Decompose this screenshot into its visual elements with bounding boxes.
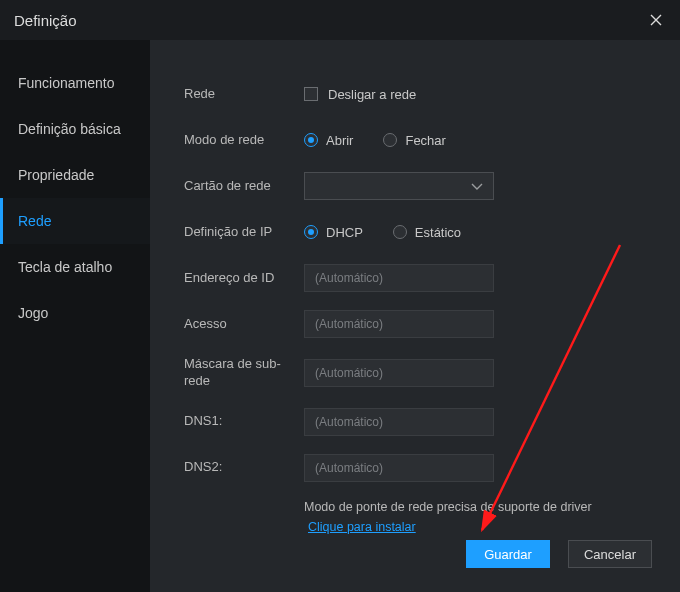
driver-note: Modo de ponte de rede precisa de suporte… <box>304 500 650 514</box>
row-rede: Rede Desligar a rede <box>184 80 650 108</box>
sidebar-item-propriedade[interactable]: Propriedade <box>0 152 150 198</box>
row-mascara: Máscara de sub-rede (Automático) <box>184 356 650 390</box>
row-definicao-ip: Definição de IP DHCP Estático <box>184 218 650 246</box>
radio-label: Fechar <box>405 133 445 148</box>
input-acesso[interactable]: (Automático) <box>304 310 494 338</box>
input-dns1[interactable]: (Automático) <box>304 408 494 436</box>
titlebar: Definição <box>0 0 680 40</box>
placeholder-text: (Automático) <box>315 366 383 380</box>
button-label: Guardar <box>484 547 532 562</box>
settings-window: Definição Funcionamento Definição básica… <box>0 0 680 592</box>
placeholder-text: (Automático) <box>315 461 383 475</box>
sidebar-item-definicao-basica[interactable]: Definição básica <box>0 106 150 152</box>
label-rede: Rede <box>184 86 304 103</box>
sidebar-item-label: Rede <box>18 213 51 229</box>
sidebar-item-tecla-atalho[interactable]: Tecla de atalho <box>0 244 150 290</box>
field-label: Endereço de ID <box>184 270 304 287</box>
chevron-down-icon <box>471 177 483 195</box>
radio-dhcp[interactable]: DHCP <box>304 225 363 240</box>
button-row: Guardar Cancelar <box>466 540 652 568</box>
body: Funcionamento Definição básica Proprieda… <box>0 40 680 592</box>
radio-circle-icon <box>393 225 407 239</box>
radio-label: Abrir <box>326 133 353 148</box>
row-modo-rede: Modo de rede Abrir Fechar <box>184 126 650 154</box>
placeholder-text: (Automático) <box>315 271 383 285</box>
close-button[interactable] <box>646 10 666 30</box>
radio-circle-icon <box>383 133 397 147</box>
checkbox-box-icon <box>304 87 318 101</box>
field-label: Máscara de sub-rede <box>184 356 304 390</box>
sidebar-item-label: Definição básica <box>18 121 121 137</box>
row-cartao-rede: Cartão de rede <box>184 172 650 200</box>
field-label: Acesso <box>184 316 304 333</box>
cancel-button[interactable]: Cancelar <box>568 540 652 568</box>
radio-abrir[interactable]: Abrir <box>304 133 353 148</box>
row-acesso: Acesso (Automático) <box>184 310 650 338</box>
select-cartao-rede[interactable] <box>304 172 494 200</box>
input-endereco-id[interactable]: (Automático) <box>304 264 494 292</box>
field-label: DNS1: <box>184 413 304 430</box>
radio-circle-icon <box>304 225 318 239</box>
row-dns1: DNS1: (Automático) <box>184 408 650 436</box>
placeholder-text: (Automático) <box>315 415 383 429</box>
install-link[interactable]: Clique para instalar <box>304 520 420 534</box>
label-cartao-rede: Cartão de rede <box>184 178 304 195</box>
checkbox-desligar-rede[interactable]: Desligar a rede <box>304 87 416 102</box>
sidebar-item-label: Funcionamento <box>18 75 115 91</box>
row-dns2: DNS2: (Automático) <box>184 454 650 482</box>
save-button[interactable]: Guardar <box>466 540 550 568</box>
main-panel: Rede Desligar a rede Modo de rede Abrir <box>150 40 680 592</box>
radio-label: DHCP <box>326 225 363 240</box>
checkbox-label: Desligar a rede <box>328 87 416 102</box>
radio-label: Estático <box>415 225 461 240</box>
sidebar-item-funcionamento[interactable]: Funcionamento <box>0 60 150 106</box>
input-mascara[interactable]: (Automático) <box>304 359 494 387</box>
row-endereco-id: Endereço de ID (Automático) <box>184 264 650 292</box>
sidebar-item-label: Propriedade <box>18 167 94 183</box>
close-icon <box>650 14 662 26</box>
sidebar-item-jogo[interactable]: Jogo <box>0 290 150 336</box>
label-definicao-ip: Definição de IP <box>184 224 304 241</box>
radio-circle-icon <box>304 133 318 147</box>
radio-estatico[interactable]: Estático <box>393 225 461 240</box>
field-label: DNS2: <box>184 459 304 476</box>
sidebar: Funcionamento Definição básica Proprieda… <box>0 40 150 592</box>
radio-fechar[interactable]: Fechar <box>383 133 445 148</box>
window-title: Definição <box>14 12 77 29</box>
sidebar-item-label: Tecla de atalho <box>18 259 112 275</box>
button-label: Cancelar <box>584 547 636 562</box>
placeholder-text: (Automático) <box>315 317 383 331</box>
label-modo-rede: Modo de rede <box>184 132 304 149</box>
input-dns2[interactable]: (Automático) <box>304 454 494 482</box>
sidebar-item-rede[interactable]: Rede <box>0 198 150 244</box>
sidebar-item-label: Jogo <box>18 305 48 321</box>
